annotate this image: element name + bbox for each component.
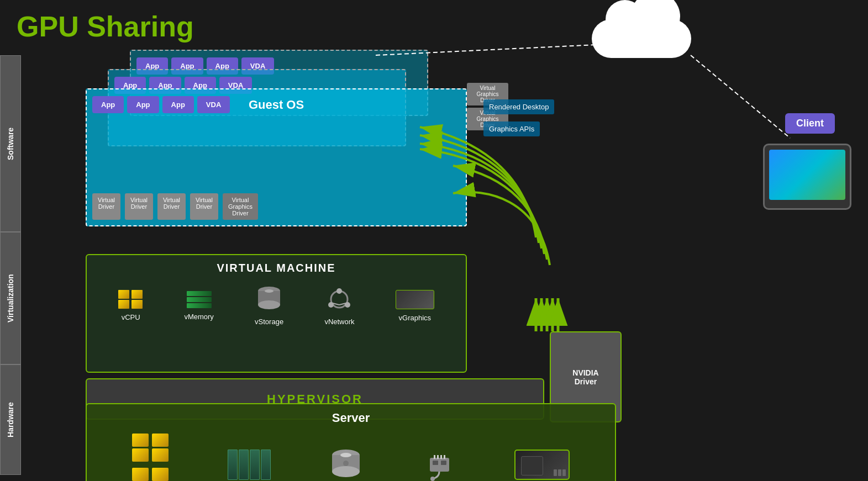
- storage-icon: [328, 447, 364, 481]
- virtual-graphics-driver: VirtualGraphicsDriver: [223, 193, 258, 220]
- client-label: Client: [785, 113, 835, 134]
- svg-rect-19: [433, 461, 438, 465]
- svg-point-21: [430, 477, 435, 481]
- guest-os-label: Guest OS: [249, 98, 304, 112]
- vnetwork-icon: [325, 286, 353, 313]
- client-device: [763, 144, 851, 210]
- vgraphics-label: vGraphics: [399, 314, 432, 322]
- svg-rect-24: [440, 455, 442, 459]
- app-btn: App: [162, 96, 194, 113]
- nvidia-driver-label: NVIDIADriver: [572, 368, 598, 386]
- memory-icon: [228, 450, 271, 480]
- virtual-driver: VirtualDriver: [157, 193, 186, 220]
- virtual-driver: VirtualDriver: [125, 193, 153, 220]
- vcpu-icon: [118, 290, 143, 309]
- cpu-item: CPU: [132, 434, 171, 481]
- side-label-virtualization: Virtualization: [0, 232, 21, 364]
- main-area: App App App VDA App App App VDA App App …: [25, 44, 862, 478]
- vcpu-label: vCPU: [122, 313, 140, 321]
- virtual-machine-box: VIRTUAL MACHINE vCPU: [86, 254, 467, 373]
- vm-icons-row: vCPU vMemory: [87, 286, 466, 326]
- svg-rect-22: [434, 455, 435, 459]
- software-section: App App App VDA App App App VDA App App …: [86, 50, 472, 237]
- virtual-driver: VirtualDriver: [92, 193, 120, 220]
- svg-point-16: [340, 453, 351, 457]
- network-item: Network: [422, 447, 457, 481]
- app-btn: App: [127, 96, 159, 113]
- side-label-software: Software: [0, 55, 21, 232]
- cpu-icon: [132, 434, 171, 462]
- page-title: GPU Sharing: [17, 10, 194, 43]
- svg-point-15: [332, 466, 360, 477]
- app-btn: App: [92, 96, 124, 113]
- vda-btn: VDA: [197, 96, 230, 113]
- vmemory-icon: [187, 291, 212, 308]
- vstorage-icon: [255, 286, 283, 313]
- vgraphics-item: vGraphics: [396, 290, 434, 322]
- virtualization-section: VIRTUAL MACHINE vCPU: [86, 254, 616, 376]
- virtual-machine-title: VIRTUAL MACHINE: [87, 262, 466, 274]
- svg-point-4: [258, 300, 280, 309]
- server-title: Server: [87, 411, 615, 425]
- cloud-icon: [592, 19, 691, 58]
- vmemory-label: vMemory: [184, 313, 213, 321]
- vstorage-label: vStorage: [255, 318, 283, 326]
- svg-point-17: [343, 461, 349, 466]
- vmemory-item: vMemory: [184, 291, 213, 321]
- vnetwork-item: vNetwork: [324, 286, 354, 326]
- drivers-row: VirtualDriver VirtualDriver VirtualDrive…: [92, 193, 258, 220]
- hw-icons-row: CPU Memory: [87, 434, 615, 481]
- virtual-driver: VirtualDriver: [190, 193, 218, 220]
- rendered-desktop-label: Rendered Desktop: [483, 99, 554, 114]
- storage-item: Storage: [328, 447, 364, 481]
- vcpu-item: vCPU: [118, 290, 143, 321]
- svg-rect-23: [437, 455, 439, 459]
- graphics-apis-label: Graphics APIs: [483, 121, 540, 136]
- hardware-section: Server CPU: [86, 403, 616, 481]
- memory-item: Memory: [228, 450, 271, 481]
- cpu-icon-row2: [132, 468, 171, 481]
- side-label-hardware: Hardware: [0, 364, 21, 475]
- vm-box-1: App App App VDA Guest OS VirtualDriver V…: [86, 88, 467, 226]
- vgraphics-icon: [396, 290, 434, 309]
- gpu-item: GPU: [514, 450, 570, 481]
- svg-rect-25: [444, 455, 445, 459]
- vstorage-item: vStorage: [255, 286, 283, 326]
- svg-rect-20: [441, 461, 446, 465]
- svg-point-5: [265, 289, 273, 293]
- gpu-icon: [514, 450, 570, 480]
- network-icon: [422, 447, 457, 481]
- vnetwork-label: vNetwork: [324, 318, 354, 326]
